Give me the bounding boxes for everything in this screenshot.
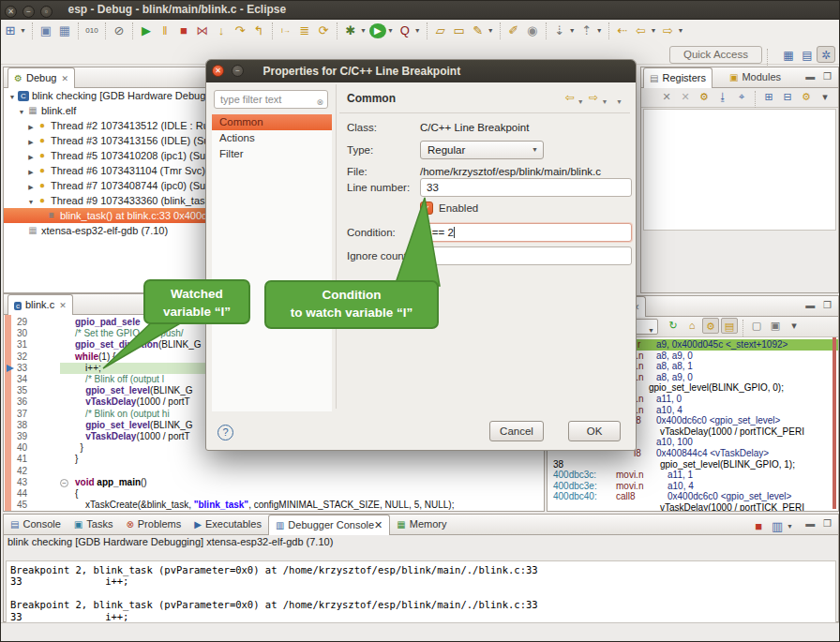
prev-annotation-icon[interactable]: ⇡ xyxy=(578,22,595,40)
window-minimize-icon[interactable]: − xyxy=(22,6,35,18)
dialog-nav-actions[interactable]: Actions xyxy=(212,130,332,146)
register-settings-icon[interactable]: ⚙ xyxy=(696,89,712,105)
tab-debug[interactable]: ⚙Debug✕ xyxy=(8,67,75,88)
tab-blink-c[interactable]: cblink.c✕ xyxy=(8,294,73,315)
cpp-perspective-icon[interactable]: ▤ xyxy=(798,47,817,64)
new-view-icon[interactable]: ▢ xyxy=(748,318,765,334)
show-source-icon[interactable]: ▤ xyxy=(721,318,738,334)
terminate-console-icon[interactable]: ■ xyxy=(750,517,767,536)
tab-tasks[interactable]: ▣Tasks xyxy=(68,515,120,535)
restart-icon[interactable]: ⟳ xyxy=(315,22,332,40)
resume-icon[interactable]: ▶ xyxy=(138,22,155,40)
chevron-down-icon[interactable]: ▼ xyxy=(648,321,654,335)
skip-breakpoints-icon[interactable]: ⊘ xyxy=(111,22,128,40)
coverage-icon[interactable]: Q xyxy=(397,22,413,40)
tab-modules[interactable]: ▣Modules xyxy=(724,67,787,88)
chevron-down-icon[interactable]: ▼ xyxy=(678,22,684,40)
ok-button[interactable]: OK xyxy=(568,421,621,441)
suspend-icon[interactable]: ‖ xyxy=(157,22,173,40)
tab-console[interactable]: ▤Console xyxy=(4,515,68,535)
pin-editor-icon[interactable]: ◉ xyxy=(524,22,541,40)
cancel-button[interactable]: Cancel xyxy=(489,421,544,441)
chevron-down-icon[interactable]: ▼ xyxy=(651,22,657,40)
mark-occurrences-icon[interactable]: ✎ xyxy=(470,22,487,40)
highlight-icon[interactable]: ✐ xyxy=(505,22,522,40)
close-icon[interactable]: ✕ xyxy=(374,519,382,530)
save-all-icon[interactable]: ▦ xyxy=(56,22,73,40)
open-resource-icon[interactable]: ▭ xyxy=(451,22,468,40)
close-icon[interactable]: ✕ xyxy=(61,74,68,83)
view-menu-icon[interactable]: ▾ xyxy=(786,318,802,334)
tab-executables[interactable]: ▶Executables xyxy=(188,515,268,535)
tab-problems[interactable]: ⊗Problems xyxy=(119,515,188,535)
tab-registers[interactable]: ▤Registers xyxy=(643,67,712,88)
clear-filter-icon[interactable]: ⊗ xyxy=(316,94,323,111)
window-close-icon[interactable]: ✕ xyxy=(5,6,17,18)
chevron-down-icon[interactable]: ▼ xyxy=(20,22,26,40)
sync-active-context-icon[interactable]: ⚙ xyxy=(702,318,719,334)
pin-view-icon[interactable]: ▣ xyxy=(767,318,784,334)
open-folder-icon[interactable]: ▱ xyxy=(432,22,449,40)
dialog-nav-filter[interactable]: Filter xyxy=(212,146,332,162)
debug-perspective-icon[interactable]: ✲ xyxy=(817,46,835,63)
enabled-checkbox[interactable]: ✓ xyxy=(420,202,433,215)
panel-minmax-icons[interactable]: ▬ ❐ xyxy=(805,300,834,310)
registers-content[interactable] xyxy=(643,109,836,231)
chevron-down-icon[interactable]: ▼ xyxy=(387,22,394,40)
restore-groups-icon[interactable]: ⚙ xyxy=(798,89,815,105)
chevron-down-icon[interactable]: ▼ xyxy=(787,517,793,536)
type-dropdown[interactable]: ▼Regular xyxy=(420,141,544,159)
fold-marker-icon[interactable]: − xyxy=(60,479,68,487)
step-return-icon[interactable]: ↰ xyxy=(250,22,267,40)
tab-debugger-console[interactable]: ▥Debugger Console✕ xyxy=(268,515,390,535)
dialog-close-icon[interactable]: ✕ xyxy=(212,65,224,77)
dialog-history-arrows[interactable]: ⇦ ▼ ⇨ ▼ ▼ xyxy=(564,91,624,112)
dialog-nav-common[interactable]: Common xyxy=(212,114,332,130)
chevron-down-icon[interactable]: ▼ xyxy=(414,22,421,40)
step-over-icon[interactable]: ↷ xyxy=(232,22,248,40)
view-menu-icon[interactable]: ▾ xyxy=(817,89,833,105)
tab-memory[interactable]: ▦Memory xyxy=(390,515,453,535)
terminate-icon[interactable]: ■ xyxy=(175,22,192,40)
home-icon[interactable]: ⌂ xyxy=(683,318,700,334)
chevron-down-icon[interactable]: ▼ xyxy=(360,22,367,40)
debug-config-icon[interactable]: ✱ xyxy=(342,22,359,40)
refresh-icon[interactable]: ↻ xyxy=(665,318,682,334)
panel-minmax-icons[interactable]: ▬ ❐ xyxy=(805,518,834,529)
remove-all-register-groups-icon[interactable]: ✕ xyxy=(677,89,694,105)
remove-group-icon[interactable]: ⊟ xyxy=(779,89,796,105)
chevron-down-icon[interactable]: ▼ xyxy=(488,22,494,40)
overview-ruler[interactable] xyxy=(832,337,836,509)
show-debug-sources-icon[interactable]: ≣ xyxy=(296,22,313,40)
save-icon[interactable]: ▣ xyxy=(38,22,54,40)
condition-input[interactable]: i == 2 xyxy=(420,223,632,242)
close-icon[interactable]: ✕ xyxy=(59,301,67,310)
console-output[interactable]: Breakpoint 2, blink_task (pvParameter=0x… xyxy=(6,560,836,632)
chevron-down-icon[interactable]: ▼ xyxy=(596,22,603,40)
back-icon[interactable]: ⇦ xyxy=(633,22,650,40)
run-icon[interactable]: ▶ xyxy=(369,23,386,38)
line-number-input[interactable]: 33 xyxy=(420,178,632,197)
open-perspective-icon[interactable]: ▦ xyxy=(779,47,798,64)
help-icon[interactable]: ? xyxy=(218,425,233,440)
instruction-stepping-icon[interactable]: i→ xyxy=(278,22,294,40)
quick-access-button[interactable]: Quick Access xyxy=(669,46,762,64)
forward-icon[interactable]: ⇨ xyxy=(660,22,677,40)
display-selected-console-icon[interactable]: ▥ xyxy=(769,517,786,536)
pointer-icon[interactable]: ⌖ xyxy=(733,89,750,105)
binary-file-icon[interactable]: 010 xyxy=(83,22,100,40)
last-edit-icon[interactable]: ⇠ xyxy=(614,22,631,40)
disconnect-icon[interactable]: ⋈ xyxy=(194,22,211,40)
step-into-icon[interactable]: ↓ xyxy=(213,22,230,40)
import-registers-icon[interactable]: ⭳ xyxy=(714,89,731,105)
chevron-down-icon[interactable]: ▼ xyxy=(569,22,576,40)
filter-input[interactable]: type filter text ⊗ xyxy=(214,90,328,109)
new-wizard-icon[interactable]: ⊞ xyxy=(2,22,19,40)
panel-minmax-icons[interactable]: ▬ ❐ xyxy=(805,71,834,82)
ignore-count-input[interactable]: 0 xyxy=(420,246,632,265)
remove-register-group-icon[interactable]: ✕ xyxy=(658,89,675,105)
window-maximize-icon[interactable]: ▫ xyxy=(40,6,52,18)
next-annotation-icon[interactable]: ⇣ xyxy=(551,22,568,40)
dialog-minimize-icon[interactable]: − xyxy=(232,65,244,77)
add-register-group-icon[interactable]: ⊞ xyxy=(760,89,777,105)
